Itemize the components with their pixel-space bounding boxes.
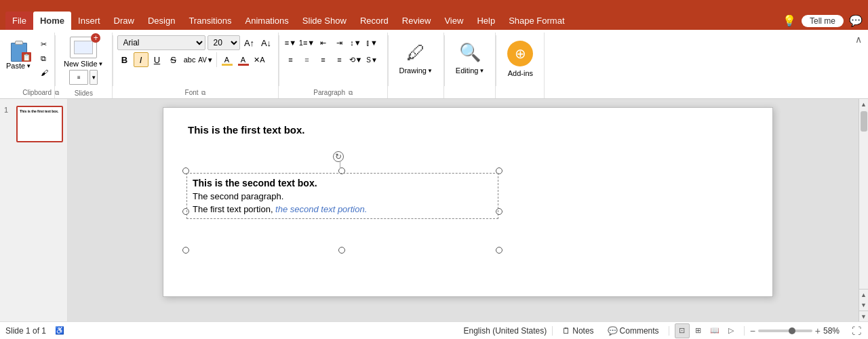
drawing-button[interactable]: 🖊 Drawing ▼ (394, 35, 438, 77)
scroll-prev-button[interactable]: ▲ (859, 289, 869, 300)
tab-file[interactable]: File (5, 12, 33, 30)
tab-insert[interactable]: Insert (71, 12, 107, 30)
handle-bottom-center[interactable] (338, 247, 345, 254)
new-slide-button[interactable]: + New Slide ▼ ≡ ▼ (61, 35, 106, 86)
bullets-button[interactable]: ≡▼ (283, 35, 298, 50)
slide-thumb-1[interactable]: 1 This is the first text box. (3, 104, 64, 144)
highlight-color-button[interactable]: A (220, 52, 235, 67)
text-box-2-line3: The first text portion, the second text … (193, 204, 492, 214)
layout-dropdown[interactable]: ▼ (90, 70, 98, 85)
clear-format-button[interactable]: ✕A (252, 52, 267, 67)
paragraph-expand[interactable]: ⧉ (349, 89, 353, 96)
tab-help[interactable]: Help (470, 12, 502, 30)
tab-record[interactable]: Record (353, 12, 395, 30)
layout-btn-1[interactable]: ≡ (69, 70, 88, 85)
scroll-thumb[interactable] (861, 111, 867, 132)
rotate-handle[interactable]: ↻ (333, 151, 344, 162)
strikethrough-button[interactable]: S (166, 52, 181, 67)
zoom-slider-thumb[interactable] (789, 327, 795, 334)
paste-button[interactable]: 📋 Paste ▼ (3, 35, 35, 72)
addins-group: ⊕ Add-ins (496, 33, 545, 98)
scroll-track (859, 110, 868, 289)
text-box-2[interactable]: This is the second text box. The second … (186, 173, 498, 219)
lightbulb-icon: 💡 (783, 14, 796, 27)
font-size-select[interactable]: 20 (208, 35, 240, 50)
tab-home[interactable]: Home (33, 12, 71, 30)
slide-number: 1 (4, 106, 14, 114)
editing-icon: 🔍 (457, 38, 483, 66)
font-color-button[interactable]: A (236, 52, 251, 67)
tab-design[interactable]: Design (141, 12, 182, 30)
zoom-level[interactable]: 58% (823, 326, 845, 336)
decrease-font-button[interactable]: A↓ (259, 35, 274, 50)
zoom-in-button[interactable]: + (815, 326, 821, 336)
font-expand[interactable]: ⧉ (201, 89, 205, 96)
tab-transitions[interactable]: Transitions (182, 12, 238, 30)
copy-icon: ⧉ (41, 54, 46, 63)
addins-icon: ⊕ (507, 41, 533, 66)
scroll-down-button[interactable]: ▼ (859, 311, 869, 321)
text-box-2-title: This is the second text box. (193, 178, 492, 188)
smart-art-button[interactable]: S▼ (365, 52, 380, 67)
paragraph-group: ≡▼ 1≡▼ ⇤ ⇥ ↕▼ ⫿▼ ≡ ≡ ≡ ≡ ⟲▼ S▼ Paragraph… (279, 33, 388, 98)
columns-button[interactable]: ⫿▼ (365, 35, 380, 50)
tab-view[interactable]: View (437, 12, 470, 30)
scroll-up-button[interactable]: ▲ (859, 99, 869, 110)
accessibility-button[interactable]: ♿ (52, 325, 68, 336)
tab-slideshow[interactable]: Slide Show (296, 12, 353, 30)
increase-indent-button[interactable]: ⇥ (332, 35, 347, 50)
bold-button[interactable]: B (117, 52, 132, 67)
new-slide-icon: + (70, 37, 97, 58)
slide-thumbnail: This is the first text box. (16, 106, 63, 142)
slideshow-view-button[interactable]: ▷ (724, 323, 738, 338)
notes-icon: 🗒 (562, 326, 570, 336)
notes-label: Notes (572, 326, 593, 336)
align-left-button[interactable]: ≡ (283, 52, 298, 67)
scroll-next-button[interactable]: ▼ (859, 300, 869, 311)
font-family-select[interactable]: Arial (117, 35, 205, 50)
text-box-1: This is the first text box. (188, 124, 305, 136)
tab-draw[interactable]: Draw (107, 12, 141, 30)
slide-sorter-button[interactable]: ⊞ (691, 323, 706, 338)
text-direction-button[interactable]: ⟲▼ (349, 52, 363, 67)
drawing-label: Drawing (399, 66, 427, 75)
align-center-button[interactable]: ≡ (300, 52, 315, 67)
copy-button[interactable]: ⧉ (37, 52, 52, 65)
notes-button[interactable]: 🗒 Notes (558, 325, 597, 336)
text-shadow-button[interactable]: abc (182, 52, 197, 67)
slide-panel: 1 This is the first text box. (0, 99, 68, 321)
cut-button[interactable]: ✂ (37, 38, 52, 51)
handle-bottom-right[interactable] (496, 247, 502, 254)
addins-button[interactable]: ⊕ Add-ins (502, 35, 538, 80)
font-group: Arial 20 A↑ A↓ B I U S abc AV▼ A (113, 33, 279, 98)
numbering-button[interactable]: 1≡▼ (300, 35, 315, 50)
normal-view-button[interactable]: ⊡ (675, 323, 690, 338)
tab-review[interactable]: Review (395, 12, 438, 30)
justify-button[interactable]: ≡ (332, 52, 347, 67)
format-painter-button[interactable]: 🖌 (37, 66, 52, 79)
handle-bottom-left[interactable] (182, 247, 189, 254)
comments-button[interactable]: 💬 Comments (604, 325, 663, 336)
increase-font-button[interactable]: A↑ (242, 35, 257, 50)
paragraph-label: Paragraph ⧉ (279, 89, 387, 97)
reading-view-button[interactable]: 📖 (707, 323, 722, 338)
zoom-out-button[interactable]: − (750, 326, 755, 336)
editing-button[interactable]: 🔍 Editing ▼ (450, 35, 490, 77)
align-right-button[interactable]: ≡ (316, 52, 331, 67)
char-spacing-button[interactable]: AV▼ (199, 52, 214, 67)
decrease-indent-button[interactable]: ⇤ (316, 35, 331, 50)
tab-shapeformat[interactable]: Shape Format (502, 12, 571, 30)
fit-slide-button[interactable]: ⛶ (850, 325, 863, 336)
ribbon: 📋 Paste ▼ ✂ ⧉ 🖌 (0, 30, 868, 99)
zoom-slider[interactable] (758, 330, 812, 332)
underline-button[interactable]: U (150, 52, 165, 67)
tell-me-box[interactable]: Tell me (802, 15, 844, 27)
line-spacing-button[interactable]: ↕▼ (349, 35, 363, 50)
tab-animations[interactable]: Animations (239, 12, 296, 30)
language-info: English (United States) (464, 326, 547, 336)
italic-button[interactable]: I (134, 52, 149, 67)
share-icon[interactable]: 💬 (849, 14, 863, 27)
comments-label: Comments (620, 326, 659, 336)
slides-group: + New Slide ▼ ≡ ▼ Slides (56, 33, 112, 98)
collapse-ribbon-button[interactable]: ∧ (852, 33, 865, 46)
